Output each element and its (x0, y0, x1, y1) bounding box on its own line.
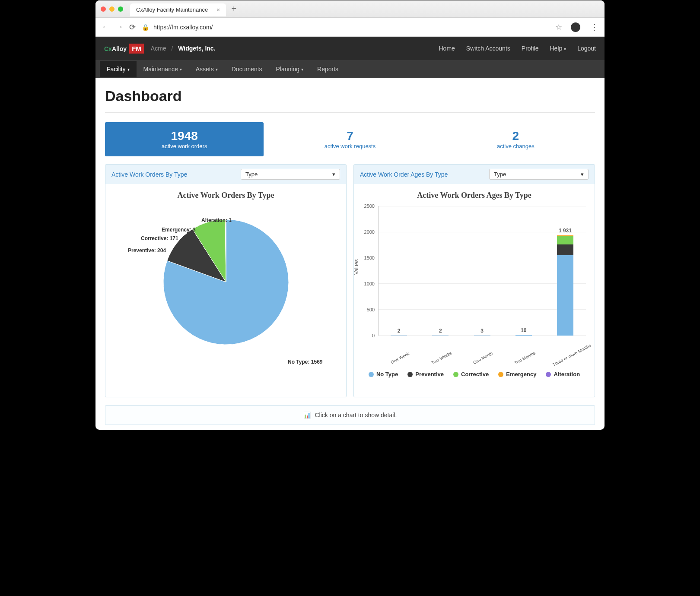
legend-item: Alteration (546, 371, 580, 377)
panel-a-title: Active Work Orders By Type (111, 171, 187, 178)
bar-column[interactable]: 2 (378, 206, 420, 336)
divider (105, 112, 595, 113)
panel-work-orders-by-type: Active Work Orders By Type Type▾ Active … (105, 164, 347, 397)
tab-title: CxAlloy Facility Maintenance (136, 6, 208, 13)
bar-chart-title: Active Work Orders Ages By Type (359, 191, 589, 200)
forward-button[interactable]: → (115, 22, 123, 32)
nav-item-reports[interactable]: Reports (310, 61, 345, 77)
card-label: active work requests (277, 143, 422, 149)
nav-item-facility[interactable]: Facility ▾ (100, 61, 137, 77)
card-value: 1948 (112, 129, 257, 143)
breadcrumb: Acme / Widgets, Inc. (151, 45, 216, 52)
summary-cards: 1948active work orders7active work reque… (105, 122, 595, 156)
chevron-down-icon: ▾ (332, 171, 335, 178)
legend-dot-icon (453, 372, 458, 377)
lock-icon: 🔒 (142, 24, 149, 31)
browser-menu-icon[interactable]: ⋮ (591, 22, 598, 32)
panel-a-type-select[interactable]: Type▾ (241, 169, 340, 180)
card-value: 2 (443, 129, 588, 143)
minimize-window-icon[interactable] (109, 6, 115, 12)
card-value: 7 (277, 129, 422, 143)
bar-chart-legend: No TypePreventiveCorrectiveEmergencyAlte… (359, 371, 589, 377)
browser-tab-bar: CxAlloy Facility Maintenance × + (95, 0, 605, 18)
pie-slice-label: Emergency: 3 (162, 227, 196, 233)
chevron-down-icon: ▾ (301, 67, 303, 72)
chevron-down-icon: ▾ (216, 67, 218, 72)
close-window-icon[interactable] (101, 6, 106, 12)
browser-tab[interactable]: CxAlloy Facility Maintenance × (130, 3, 226, 16)
address-bar[interactable]: 🔒 https://fm.cxalloy.com/ (142, 24, 549, 31)
nav-logout[interactable]: Logout (577, 45, 596, 52)
app-header: CxAlloyFM Acme / Widgets, Inc. Home Swit… (95, 37, 605, 60)
pie-chart-title: Active Work Orders By Type (111, 191, 341, 200)
summary-card[interactable]: 2active changes (436, 122, 595, 156)
nav-help[interactable]: Help ▾ (550, 45, 566, 52)
bar-column[interactable]: 10 (503, 206, 544, 336)
legend-item: Emergency (498, 371, 536, 377)
chart-hint: 📊 Click on a chart to show detail. (105, 405, 595, 425)
maximize-window-icon[interactable] (118, 6, 123, 12)
nav-home[interactable]: Home (439, 45, 455, 52)
x-axis-label: One Week (385, 349, 414, 368)
pie-slice-label: Alteration: 1 (201, 217, 232, 223)
nav-item-maintenance[interactable]: Maintenance ▾ (137, 61, 189, 77)
y-axis-label: Values (353, 259, 360, 275)
url-text: https://fm.cxalloy.com/ (153, 24, 213, 31)
chevron-down-icon: ▾ (564, 47, 566, 51)
card-label: active work orders (112, 143, 257, 149)
profile-avatar-icon[interactable] (571, 22, 580, 32)
bar-chart-icon: 📊 (303, 412, 311, 418)
nav-item-planning[interactable]: Planning ▾ (269, 61, 311, 77)
bar-chart[interactable]: Values 05001000150020002500 223101 931 O… (359, 206, 589, 353)
pie-slice-label: Corrective: 171 (141, 235, 178, 241)
bar-column[interactable]: 2 (420, 206, 461, 336)
reload-button[interactable]: ⟳ (129, 22, 136, 32)
bar-column[interactable]: 1 931 (544, 206, 586, 336)
card-label: active changes (443, 143, 588, 149)
pie-slice-label: No Type: 1569 (288, 359, 322, 365)
panel-work-order-ages: Active Work Order Ages By Type Type▾ Act… (353, 164, 595, 397)
main-nav: Facility ▾Maintenance ▾Assets ▾Documents… (95, 60, 605, 78)
x-axis-label: One Month (469, 349, 498, 368)
chevron-down-icon: ▾ (581, 171, 584, 178)
bookmark-icon[interactable]: ☆ (555, 22, 562, 32)
pie-chart[interactable]: Alteration: 1Emergency: 3Corrective: 171… (111, 217, 341, 390)
x-axis-label: Two Weeks (427, 349, 456, 368)
chevron-down-icon: ▾ (180, 67, 182, 72)
legend-dot-icon (407, 372, 413, 377)
nav-profile[interactable]: Profile (522, 45, 539, 52)
pie-slice-label: Preventive: 204 (128, 247, 166, 254)
window-controls (101, 6, 123, 12)
logo[interactable]: CxAlloyFM (104, 45, 144, 52)
x-axis-label: Three or more Months (552, 349, 581, 368)
legend-dot-icon (546, 372, 551, 377)
chevron-down-icon: ▾ (127, 67, 130, 72)
nav-switch-accounts[interactable]: Switch Accounts (466, 45, 510, 52)
new-tab-button[interactable]: + (231, 4, 236, 14)
browser-toolbar: ← → ⟳ 🔒 https://fm.cxalloy.com/ ☆ ⋮ (95, 18, 605, 37)
panel-b-type-select[interactable]: Type▾ (489, 169, 589, 180)
summary-card[interactable]: 7active work requests (270, 122, 429, 156)
legend-item: Corrective (453, 371, 489, 377)
legend-dot-icon (498, 372, 503, 377)
legend-item: No Type (369, 371, 398, 377)
nav-item-documents[interactable]: Documents (225, 61, 269, 77)
nav-item-assets[interactable]: Assets ▾ (189, 61, 225, 77)
summary-card[interactable]: 1948active work orders (105, 122, 264, 156)
x-axis-label: Two Months (510, 349, 539, 368)
close-tab-icon[interactable]: × (216, 6, 220, 13)
back-button[interactable]: ← (102, 22, 109, 32)
breadcrumb-current[interactable]: Widgets, Inc. (178, 45, 215, 52)
legend-dot-icon (369, 372, 374, 377)
legend-item: Preventive (407, 371, 444, 377)
breadcrumb-org[interactable]: Acme (151, 45, 166, 52)
panel-b-title: Active Work Order Ages By Type (360, 171, 448, 178)
bar-column[interactable]: 3 (461, 206, 503, 336)
page-title: Dashboard (105, 88, 595, 105)
